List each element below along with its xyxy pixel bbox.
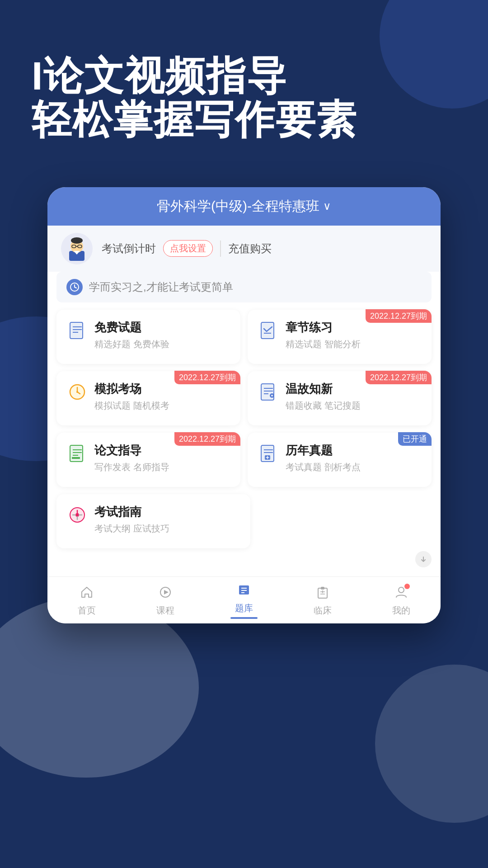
chapter-practice-title: 章节练习 <box>286 320 361 335</box>
thesis-icon <box>66 443 88 464</box>
card-chapter-practice[interactable]: 2022.12.27到期 章节练习 精选试题 智能分析 <box>248 310 432 364</box>
exam-guide-title: 考试指南 <box>94 504 169 520</box>
chapter-practice-subtitle: 精选试题 智能分析 <box>286 338 361 350</box>
svg-rect-49 <box>321 587 324 590</box>
clipboard-icon <box>316 585 329 603</box>
app-header[interactable]: 骨外科学(中级)-全程特惠班 ∨ <box>47 187 441 226</box>
hero-section: I论文视频指导 轻松掌握写作要素 <box>0 0 488 169</box>
past-exams-icon <box>258 443 279 464</box>
course-title: 骨外科学(中级)-全程特惠班 <box>157 197 319 216</box>
countdown-label: 考试倒计时 <box>102 241 156 256</box>
nav-mine[interactable]: 我的 <box>362 585 441 617</box>
card-mock-exam[interactable]: 2022.12.27到期 模拟考场 模拟试题 随 <box>56 371 240 425</box>
user-bar: 考试倒计时 点我设置 充值购买 <box>47 226 441 272</box>
free-questions-subtitle: 精选好题 免费体验 <box>94 338 169 350</box>
motto-text: 学而实习之,才能让考试更简单 <box>89 280 233 294</box>
nav-course-label: 课程 <box>156 604 174 617</box>
review-subtitle: 错题收藏 笔记搜题 <box>286 400 361 412</box>
past-exams-subtitle: 考试真题 剖析考点 <box>286 461 361 473</box>
nav-mine-label: 我的 <box>392 604 410 617</box>
card-exam-guide[interactable]: 考试指南 考试大纲 应试技巧 <box>56 494 250 548</box>
card-past-exams[interactable]: 已开通 历年真题 <box>248 433 432 487</box>
card-review[interactable]: 2022.12.27到期 <box>248 371 432 425</box>
play-icon <box>159 585 172 603</box>
svg-point-53 <box>399 587 404 593</box>
grid-row-1: 免费试题 精选好题 免费体验 2022.12.27到期 <box>56 310 432 364</box>
svg-rect-31 <box>72 457 80 459</box>
chapter-badge: 2022.12.27到期 <box>366 309 432 323</box>
grid-row-2: 2022.12.27到期 模拟考场 模拟试题 随 <box>56 371 432 425</box>
svg-point-6 <box>71 237 83 244</box>
review-title: 温故知新 <box>286 381 361 397</box>
svg-rect-10 <box>70 322 83 339</box>
thesis-subtitle: 写作发表 名师指导 <box>94 461 169 473</box>
svg-marker-43 <box>164 590 169 594</box>
divider <box>220 241 221 257</box>
clock-icon <box>66 279 83 295</box>
nav-questions[interactable]: 题库 <box>205 583 283 619</box>
past-exams-badge: 已开通 <box>398 432 432 446</box>
past-exams-title: 历年真题 <box>286 443 361 458</box>
svg-rect-27 <box>70 445 83 462</box>
svg-point-19 <box>76 391 78 393</box>
nav-clinical[interactable]: 临床 <box>283 585 362 617</box>
cards-grid: 免费试题 精选好题 免费体验 2022.12.27到期 <box>47 310 441 548</box>
device-frame: 骨外科学(中级)-全程特惠班 ∨ <box>47 187 441 623</box>
bottom-nav: 首页 课程 <box>47 576 441 623</box>
mock-exam-icon <box>66 381 88 403</box>
thesis-title: 论文指导 <box>94 443 169 458</box>
home-icon <box>80 585 94 603</box>
nav-course[interactable]: 课程 <box>126 585 205 617</box>
card-thesis[interactable]: 2022.12.27到期 论文指导 <box>56 433 240 487</box>
nav-home-label: 首页 <box>78 604 96 617</box>
user-info-bar: 考试倒计时 点我设置 充值购买 <box>102 240 427 257</box>
nav-active-indicator <box>230 617 258 619</box>
mock-exam-subtitle: 模拟试题 随机模考 <box>94 400 169 412</box>
recharge-button[interactable]: 充值购买 <box>228 241 272 256</box>
hero-line1: I论文视频指导 <box>32 54 461 98</box>
mock-exam-title: 模拟考场 <box>94 381 169 397</box>
scroll-indicator <box>415 551 432 567</box>
user-icon <box>394 585 408 603</box>
review-icon <box>258 381 279 403</box>
free-questions-title: 免费试题 <box>94 320 169 335</box>
nav-questions-label: 题库 <box>235 602 253 614</box>
free-questions-icon <box>66 320 88 341</box>
grid-row-3: 2022.12.27到期 论文指导 <box>56 433 432 487</box>
list-icon <box>237 583 251 600</box>
mock-badge: 2022.12.27到期 <box>174 371 240 384</box>
header-dropdown-icon: ∨ <box>323 200 331 212</box>
avatar <box>61 233 93 264</box>
motto-bar: 学而实习之,才能让考试更简单 <box>56 272 432 302</box>
exam-guide-subtitle: 考试大纲 应试技巧 <box>94 523 169 535</box>
countdown-set-button[interactable]: 点我设置 <box>163 240 213 257</box>
thesis-badge: 2022.12.27到期 <box>174 432 240 446</box>
review-badge: 2022.12.27到期 <box>366 371 432 384</box>
hero-line2: 轻松掌握写作要素 <box>32 98 461 142</box>
exam-guide-icon <box>66 504 88 526</box>
nav-clinical-label: 临床 <box>314 604 332 617</box>
grid-row-4: 考试指南 考试大纲 应试技巧 <box>56 494 432 548</box>
svg-line-9 <box>75 287 76 288</box>
card-free-questions[interactable]: 免费试题 精选好题 免费体验 <box>56 310 240 364</box>
nav-home[interactable]: 首页 <box>47 585 126 617</box>
chapter-practice-icon <box>258 320 279 341</box>
